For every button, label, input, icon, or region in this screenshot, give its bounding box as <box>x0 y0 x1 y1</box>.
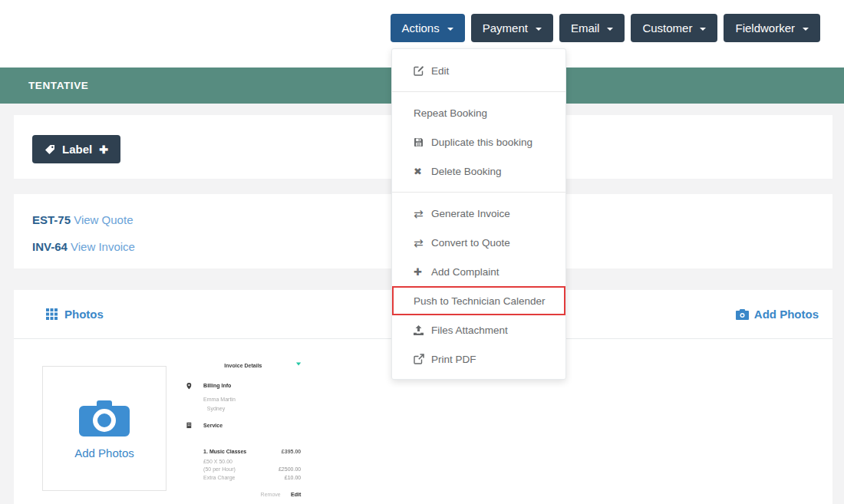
payment-button[interactable]: Payment <box>471 14 553 42</box>
preview-line2-left: (50 per Hour) <box>203 466 236 473</box>
caret-down-icon <box>607 28 613 31</box>
quote-ref: EST-75 <box>32 213 71 226</box>
menu-item-repeat-booking[interactable]: Repeat Booking <box>392 98 565 127</box>
upload-icon <box>414 325 431 335</box>
preview-item-price: £395.00 <box>282 449 301 455</box>
save-icon <box>414 137 431 147</box>
x-icon: ✖ <box>414 166 431 176</box>
camera-icon <box>736 309 749 320</box>
menu-item-label: Generate Invoice <box>431 208 510 219</box>
menu-item-label: Push to Technician Calender <box>414 295 546 307</box>
preview-line3-left: Extra Charge <box>203 474 235 480</box>
preview-edit-link: Edit <box>291 492 301 498</box>
grid-icon <box>46 308 58 320</box>
caret-down-icon <box>296 362 301 365</box>
caret-down-icon <box>536 28 542 31</box>
preview-remove-link: Remove <box>261 492 281 498</box>
menu-item-convert-to-quote[interactable]: ⇄ Convert to Quote <box>392 228 565 257</box>
menu-item-delete-booking[interactable]: ✖ Delete Booking <box>392 156 565 186</box>
add-photos-tile[interactable]: Add Photos <box>42 366 166 491</box>
menu-item-print-pdf[interactable]: Print PDF <box>392 344 565 374</box>
booking-detail-page: Actions Payment Email Customer Fieldwork… <box>0 0 844 504</box>
photos-title-label: Photos <box>64 308 104 321</box>
add-photos-tile-label: Add Photos <box>74 446 134 460</box>
menu-item-files-attachment[interactable]: Files Attachment <box>392 315 565 344</box>
actions-button[interactable]: Actions <box>391 14 465 42</box>
menu-divider <box>392 192 565 193</box>
add-photos-link-label: Add Photos <box>754 308 819 321</box>
preview-billing-heading: Billing Info <box>203 383 231 389</box>
menu-item-label: Duplicate this booking <box>431 137 532 148</box>
menu-item-add-complaint[interactable]: ✚ Add Complaint <box>392 257 565 286</box>
add-photos-link[interactable]: Add Photos <box>736 308 819 321</box>
customer-button[interactable]: Customer <box>631 14 717 42</box>
preview-line2-right: £2500.00 <box>279 466 301 473</box>
actions-dropdown-menu: Edit Repeat Booking Duplicate this booki… <box>391 48 566 380</box>
edit-icon <box>414 65 431 76</box>
preview-billing-name: Emma Martin <box>203 397 236 403</box>
view-invoice-link[interactable]: View Invoice <box>71 240 135 253</box>
exchange-icon: ⇄ <box>414 208 431 219</box>
menu-item-label: Print PDF <box>431 354 476 365</box>
invoice-ref: INV-64 <box>32 240 68 253</box>
preview-line1-left: £50 X 50.00 <box>203 459 232 465</box>
exchange-icon: ⇄ <box>414 237 431 249</box>
camera-icon <box>79 398 130 436</box>
menu-item-generate-invoice[interactable]: ⇄ Generate Invoice <box>392 199 565 228</box>
invoice-preview-content: Invoice Details Billing Info Emma Martin… <box>182 353 305 504</box>
plus-icon: ✚ <box>414 267 431 277</box>
actions-button-label: Actions <box>402 21 440 35</box>
building-icon <box>186 422 191 428</box>
add-label-button-text: Label <box>62 143 92 156</box>
invoice-preview-thumbnail[interactable]: Invoice Details Billing Info Emma Martin… <box>182 353 305 504</box>
preview-service-heading: Service <box>203 422 223 428</box>
menu-item-duplicate-booking[interactable]: Duplicate this booking <box>392 127 565 156</box>
map-marker-icon <box>186 383 191 390</box>
menu-item-label: Convert to Quote <box>431 237 510 249</box>
status-banner-label: TENTATIVE <box>28 80 88 91</box>
preview-item-name: 1. Music Classes <box>203 449 246 455</box>
menu-item-label: Add Complaint <box>431 266 499 278</box>
preview-billing-city: Sydney <box>207 406 225 412</box>
menu-divider <box>392 91 565 92</box>
menu-item-label: Repeat Booking <box>414 107 487 119</box>
caret-down-icon <box>803 28 809 31</box>
customer-button-label: Customer <box>642 21 692 35</box>
view-quote-link[interactable]: View Quote <box>74 213 133 226</box>
email-button-label: Email <box>571 21 600 35</box>
plus-icon: ✚ <box>99 143 108 156</box>
menu-item-push-to-technician-calender[interactable]: Push to Technician Calender <box>392 286 565 315</box>
tag-icon <box>45 144 55 155</box>
menu-item-label: Delete Booking <box>431 166 502 177</box>
menu-item-label: Files Attachment <box>431 324 508 336</box>
fieldworker-button-label: Fieldworker <box>735 21 795 35</box>
preview-line3-right: £10.00 <box>285 474 301 480</box>
add-label-button[interactable]: Label ✚ <box>32 135 120 163</box>
caret-down-icon <box>447 28 453 31</box>
toolbar-button-row: Actions Payment Email Customer Fieldwork… <box>391 14 820 42</box>
menu-item-edit[interactable]: Edit <box>392 56 565 85</box>
payment-button-label: Payment <box>483 21 528 35</box>
external-link-icon <box>414 354 431 364</box>
preview-title: Invoice Details <box>182 362 305 368</box>
email-button[interactable]: Email <box>559 14 625 42</box>
photos-title: Photos <box>46 308 104 321</box>
menu-item-label: Edit <box>431 65 449 77</box>
caret-down-icon <box>700 28 706 31</box>
fieldworker-button[interactable]: Fieldworker <box>724 14 820 42</box>
